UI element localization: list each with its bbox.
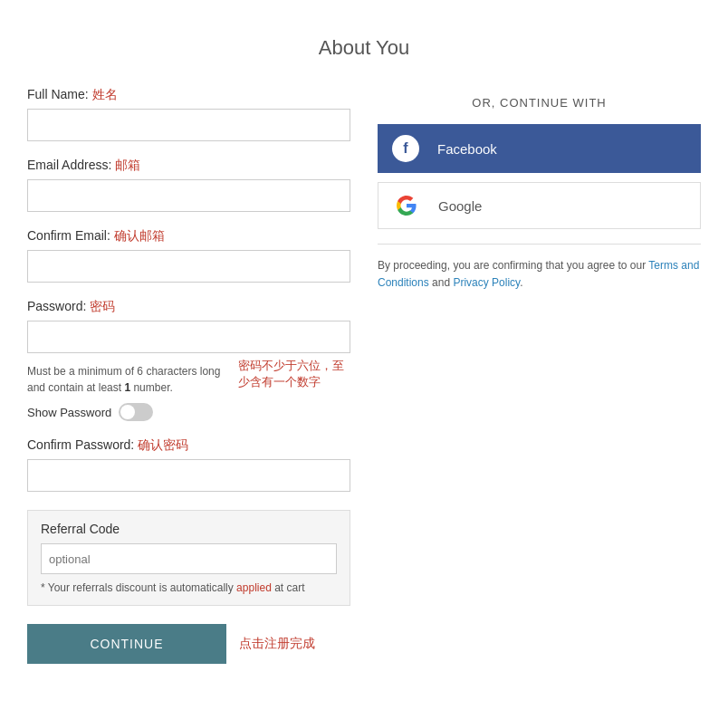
full-name-label: Full Name: 姓名	[27, 87, 350, 103]
full-name-field-group: Full Name: 姓名	[27, 87, 350, 141]
confirm-password-chinese: 确认密码	[138, 437, 188, 452]
email-field-group: Email Address: 邮箱	[27, 158, 350, 212]
referral-input[interactable]	[41, 543, 337, 574]
confirm-password-label: Confirm Password: 确认密码	[27, 437, 350, 454]
divider	[378, 244, 701, 245]
complete-chinese: 点击注册完成	[239, 636, 315, 652]
confirm-email-input[interactable]	[27, 250, 350, 283]
full-name-chinese: 姓名	[92, 87, 118, 101]
form-left-column: Full Name: 姓名 Email Address: 邮箱 Confirm …	[27, 87, 350, 664]
referral-note: * Your referrals discount is automatical…	[41, 581, 337, 594]
password-chinese: 密码	[90, 299, 115, 313]
confirm-email-field-group: Confirm Email: 确认邮箱	[27, 228, 350, 283]
facebook-label: Facebook	[437, 141, 497, 157]
password-input[interactable]	[27, 321, 350, 353]
referral-title: Referral Code	[41, 522, 337, 536]
password-field-group: Password: 密码 Must be a minimum of 6 char…	[27, 299, 350, 421]
google-signin-button[interactable]: Google	[378, 182, 701, 229]
google-icon	[393, 192, 420, 219]
confirm-email-chinese: 确认邮箱	[114, 228, 165, 243]
referral-box: Referral Code * Your referrals discount …	[27, 510, 350, 606]
confirm-email-label: Confirm Email: 确认邮箱	[27, 228, 350, 245]
continue-button[interactable]: CONTINUE	[27, 624, 226, 664]
confirm-password-input[interactable]	[27, 459, 350, 492]
email-input[interactable]	[27, 179, 350, 212]
email-label: Email Address: 邮箱	[27, 158, 350, 174]
password-hint-chinese: 密码不少于六位，至少含有一个数字	[238, 358, 350, 390]
full-name-input[interactable]	[27, 109, 350, 141]
password-label: Password: 密码	[27, 299, 350, 315]
show-password-toggle[interactable]	[119, 403, 153, 421]
confirm-password-field-group: Confirm Password: 确认密码	[27, 437, 350, 492]
or-continue-label: OR, CONTINUE WITH	[378, 96, 701, 110]
page-title: About You	[27, 36, 701, 60]
facebook-icon: f	[392, 135, 419, 162]
email-chinese: 邮箱	[115, 158, 140, 172]
show-password-row: Show Password	[27, 403, 350, 421]
facebook-signin-button[interactable]: f Facebook	[378, 124, 701, 173]
continue-row: CONTINUE 点击注册完成	[27, 624, 350, 664]
terms-text: By proceeding, you are confirming that y…	[378, 257, 701, 292]
privacy-link[interactable]: Privacy Policy	[453, 276, 520, 289]
password-hint: Must be a minimum of 6 characters long a…	[27, 363, 231, 396]
show-password-label: Show Password	[27, 406, 111, 419]
social-signin-panel: OR, CONTINUE WITH f Facebook Google	[378, 87, 701, 664]
google-label: Google	[438, 198, 482, 214]
